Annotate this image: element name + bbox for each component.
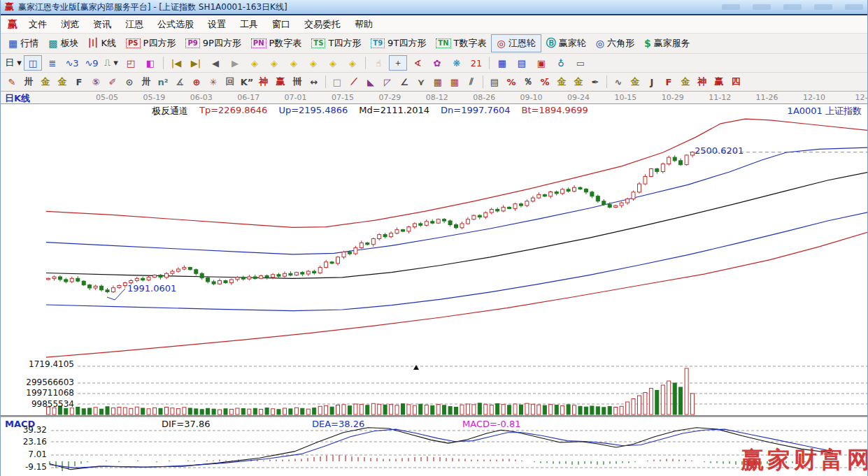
gann-shape-tool-icon[interactable]: ✿ bbox=[428, 55, 446, 71]
grid-arrow-tool-icon[interactable]: ▦ bbox=[447, 75, 462, 89]
menu-logo-icon: 赢 bbox=[8, 18, 17, 31]
notes-tool-icon[interactable]: ▤ bbox=[513, 55, 531, 71]
color-histogram-icon[interactable]: ◧ bbox=[141, 55, 159, 71]
winner-wheel-button[interactable]: Ⓑ赢家轮 bbox=[541, 35, 591, 52]
region-select-icon[interactable]: ◫ bbox=[24, 55, 42, 71]
web-tool-icon[interactable]: ♁ bbox=[552, 55, 570, 71]
wave-v-tool-icon[interactable]: ⋎ bbox=[413, 75, 429, 89]
gann-wheel-button[interactable]: ◎江恩轮 bbox=[491, 34, 541, 52]
first-bar-icon[interactable]: |◀ bbox=[167, 55, 185, 71]
calculator-tool-icon[interactable]: ▦ bbox=[493, 55, 511, 71]
pencil-tool-icon[interactable]: ✎ bbox=[4, 75, 20, 89]
gold-circle-tool-icon[interactable]: 金 bbox=[554, 75, 569, 89]
menu-item-news[interactable]: 资讯 bbox=[86, 15, 118, 33]
brush-tool-icon[interactable]: ✒ bbox=[588, 75, 603, 89]
zigzag-9-icon[interactable]: ∿9 bbox=[83, 55, 101, 71]
market-quotes-button[interactable]: ▦行情 bbox=[3, 35, 43, 52]
numbered-grid-tool-icon[interactable]: 卌 bbox=[290, 75, 305, 89]
rect-select-tool-icon[interactable]: □ bbox=[329, 75, 345, 89]
menu-item-window[interactable]: 窗口 bbox=[265, 15, 297, 33]
info-panel-icon[interactable]: ≣ bbox=[43, 55, 62, 71]
pattern-box-icon[interactable]: ◰ bbox=[122, 55, 140, 71]
percent-table-tool-icon[interactable]: ▤ bbox=[487, 75, 502, 89]
save-tool-icon[interactable]: ▣ bbox=[532, 55, 550, 71]
shen-grid-tool-icon[interactable]: 神 bbox=[256, 75, 271, 89]
print-tool-icon[interactable]: ▭ bbox=[571, 55, 590, 71]
calendar-tool-icon[interactable]: 21 bbox=[467, 55, 485, 71]
shen-angle-tool-icon[interactable]: 神 bbox=[695, 75, 710, 89]
percent-tool-icon[interactable]: ％ bbox=[520, 75, 536, 89]
diamond-expand-icon[interactable]: ◈ bbox=[285, 55, 303, 71]
percent-line-tool-icon[interactable]: % bbox=[504, 75, 519, 89]
date-tick: 10-29 bbox=[662, 93, 684, 102]
menu-item-gann[interactable]: 江恩 bbox=[118, 15, 150, 33]
grid-overlay-tool-icon[interactable]: ▦ bbox=[430, 75, 446, 89]
n-square-tool-icon[interactable]: n² bbox=[155, 75, 171, 89]
diamond-left-icon[interactable]: ◈ bbox=[246, 55, 264, 71]
angle-measure-tool-icon[interactable]: ∡ bbox=[172, 75, 187, 89]
gold-underline-tool-icon[interactable]: 金 bbox=[627, 75, 643, 89]
crosshair-target-tool-icon[interactable]: ⊕ bbox=[189, 75, 204, 89]
trend-angle-tool-icon[interactable]: ∠ bbox=[397, 75, 412, 89]
menu-item-trade-entrust[interactable]: 交易委托 bbox=[297, 15, 348, 33]
j-angle-tool-icon[interactable]: J bbox=[644, 75, 660, 89]
diamond-compress-icon[interactable]: ◈ bbox=[304, 55, 322, 71]
puzzle-tool-icon[interactable]: ❋ bbox=[448, 55, 466, 71]
spiral-5-tool-icon[interactable]: ⑤ bbox=[88, 75, 104, 89]
width-measure-tool-icon[interactable]: ↔ bbox=[306, 75, 322, 89]
period-day-dropdown-icon[interactable]: 日 ▾ bbox=[4, 55, 22, 71]
square-fan-tool-icon[interactable]: ◸ bbox=[380, 75, 395, 89]
candle-style-dropdown-icon[interactable]: ⎍ ▾ bbox=[102, 55, 120, 71]
menu-item-file[interactable]: 文件 bbox=[22, 15, 54, 33]
ray-lines-tool-icon[interactable]: ⟋ bbox=[346, 75, 362, 89]
angle-tool-icon[interactable]: ∢ bbox=[408, 55, 427, 71]
p-number-table-button[interactable]: PNP数字表 bbox=[246, 35, 307, 52]
gann-star-tool-icon[interactable]: ✳ bbox=[206, 75, 221, 89]
sectors-button[interactable]: ▩板块 bbox=[43, 35, 83, 52]
menu-item-help[interactable]: 帮助 bbox=[348, 15, 380, 33]
square-frame-tool-icon[interactable]: 回 bbox=[222, 75, 238, 89]
k-quote-tool-icon[interactable]: K” bbox=[239, 75, 255, 89]
f-angle-tool-icon[interactable]: F bbox=[661, 75, 676, 89]
parallel-lines-tool-icon[interactable]: ⫽ bbox=[464, 75, 479, 89]
grid-tool-icon[interactable]: 卅 bbox=[138, 75, 154, 89]
9p-square-button[interactable]: P99P四方形 bbox=[180, 35, 246, 52]
diamond-fit-icon[interactable]: ◈ bbox=[343, 55, 362, 71]
gold-grid-tool-icon[interactable]: 金 bbox=[38, 75, 53, 89]
t-number-table-button[interactable]: TNT数字表 bbox=[431, 35, 491, 52]
9t-square-button[interactable]: T99T四方形 bbox=[366, 35, 431, 52]
last-bar-icon[interactable]: ▶| bbox=[187, 55, 205, 71]
menu-item-formula-stock-pick[interactable]: 公式选股 bbox=[150, 15, 201, 33]
gann-grid-tool-icon[interactable]: 卅 bbox=[21, 75, 36, 89]
next-bar-icon[interactable]: ▶ bbox=[226, 55, 244, 71]
crosshair-tool-icon[interactable]: ＋ bbox=[389, 55, 407, 71]
gann-circle-tool-icon[interactable]: ⊙ bbox=[122, 75, 137, 89]
menu-item-browse[interactable]: 浏览 bbox=[54, 15, 86, 33]
f-grid-tool-icon[interactable]: F bbox=[71, 75, 87, 89]
si-angle-tool-icon[interactable]: 四 bbox=[728, 75, 744, 89]
gold-grid2-tool-icon[interactable]: 金 bbox=[55, 75, 70, 89]
menu-items: 文件浏览资讯江恩公式选股设置工具窗口交易委托帮助 bbox=[22, 15, 380, 33]
ying-angle-tool-icon[interactable]: 赢 bbox=[711, 75, 727, 89]
gold-line-tool-icon[interactable]: 金 bbox=[571, 75, 586, 89]
winner-service-button[interactable]: $赢家服务 bbox=[639, 35, 695, 52]
percent-top-tool-icon[interactable]: %̄ bbox=[537, 75, 553, 89]
market-quotes-label: 行情 bbox=[20, 37, 38, 50]
diamond-right-icon[interactable]: ◈ bbox=[265, 55, 283, 71]
t-square-button[interactable]: TST四方形 bbox=[306, 35, 366, 52]
zigzag-3-icon[interactable]: ∿3 bbox=[63, 55, 81, 71]
hand-tool-icon[interactable]: ☝ bbox=[369, 55, 387, 71]
prev-bar-icon[interactable]: ◀ bbox=[206, 55, 225, 71]
diamond-center-icon[interactable]: ◈ bbox=[324, 55, 342, 71]
chart-area[interactable]: 极反通道 Tp=2269.8646 Up=2195.4866 Md=2111.2… bbox=[1, 104, 867, 476]
hexagon-button[interactable]: ◎六角形 bbox=[591, 35, 639, 52]
menu-item-settings[interactable]: 设置 bbox=[201, 15, 233, 33]
p-square-button[interactable]: PSP四方形 bbox=[121, 35, 180, 52]
menu-item-tools[interactable]: 工具 bbox=[233, 15, 265, 33]
fan-tool-icon[interactable]: ◣ bbox=[363, 75, 378, 89]
ying-grid-tool-icon[interactable]: 赢 bbox=[273, 75, 288, 89]
gold-angle-tool-icon[interactable]: 金 bbox=[678, 75, 693, 89]
kline-button[interactable]: 〣K线 bbox=[83, 35, 121, 52]
wave-a-tool-icon[interactable]: ∿ bbox=[611, 75, 626, 89]
rocket-tool-icon[interactable]: ✐ bbox=[105, 75, 120, 89]
